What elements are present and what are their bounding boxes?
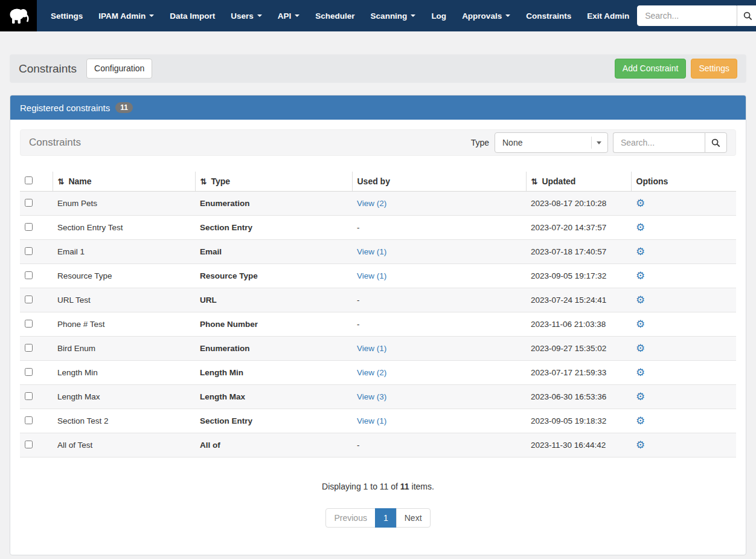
table-row: Phone # TestPhone Number-2023-11-06 21:0…	[20, 312, 736, 337]
nav-item-exit-admin[interactable]: Exit Admin	[579, 0, 637, 31]
column-header-updated[interactable]: ⇅Updated	[526, 172, 631, 192]
constraint-used-by: -	[352, 216, 526, 240]
settings-button[interactable]: Settings	[691, 59, 737, 79]
nav-item-ipam-admin[interactable]: IPAM Admin	[91, 0, 162, 31]
table-row: Section Entry TestSection Entry-2023-07-…	[20, 216, 736, 240]
row-checkbox[interactable]	[25, 441, 33, 448]
constraint-name: Length Max	[53, 385, 195, 409]
used-by-link[interactable]: View (2)	[357, 199, 386, 208]
gear-icon[interactable]: ⚙	[636, 439, 645, 451]
table-row: Length MinLength MinView (2)2023-07-17 2…	[20, 361, 736, 385]
used-by-link[interactable]: View (3)	[357, 392, 386, 401]
constraint-name: URL Test	[53, 288, 195, 312]
nav-item-scanning[interactable]: Scanning	[363, 0, 424, 31]
top-navbar: SettingsIPAM AdminData ImportUsersAPISch…	[0, 0, 756, 31]
row-checkbox[interactable]	[25, 416, 33, 424]
constraints-panel: Registered constraints 11 Constraints Ty…	[10, 95, 746, 555]
summary-count: 11	[400, 482, 409, 491]
nav-item-approvals[interactable]: Approvals	[454, 0, 518, 31]
row-checkbox[interactable]	[25, 223, 33, 231]
used-by-link[interactable]: View (1)	[357, 416, 386, 425]
constraint-name: Phone # Test	[53, 312, 195, 337]
table-search-button[interactable]	[705, 132, 727, 153]
nav-item-settings[interactable]: Settings	[43, 0, 91, 31]
nav-item-data-import[interactable]: Data Import	[162, 0, 223, 31]
table-summary: Displaying 1 to 11 of 11 items.	[20, 457, 736, 491]
column-header-type[interactable]: ⇅Type	[195, 172, 352, 192]
column-header-name[interactable]: ⇅Name	[53, 172, 195, 192]
row-checkbox[interactable]	[25, 271, 33, 279]
select-all-checkbox[interactable]	[25, 176, 33, 184]
gear-icon[interactable]: ⚙	[636, 246, 645, 257]
row-checkbox[interactable]	[25, 392, 33, 400]
navbar-search-button[interactable]	[737, 5, 756, 26]
chevron-down-icon	[597, 141, 601, 144]
summary-text: Displaying 1 to 11 of	[322, 482, 400, 491]
select-all-header	[20, 172, 53, 192]
constraint-updated: 2023-09-27 15:35:02	[526, 337, 631, 361]
toolbar-filters: Type None	[471, 132, 727, 153]
constraint-name: Resource Type	[53, 264, 195, 288]
constraint-updated: 2023-06-30 16:53:36	[526, 385, 631, 409]
search-icon	[711, 138, 720, 147]
chevron-down-icon	[505, 15, 510, 17]
constraint-type: Enumeration	[195, 192, 352, 216]
row-checkbox[interactable]	[25, 320, 33, 328]
gear-icon[interactable]: ⚙	[636, 391, 645, 402]
navbar-search-input[interactable]	[637, 5, 737, 26]
row-checkbox[interactable]	[25, 247, 33, 255]
configuration-button[interactable]: Configuration	[86, 59, 152, 79]
row-checkbox[interactable]	[25, 368, 33, 376]
app-logo[interactable]	[0, 0, 37, 31]
gear-icon[interactable]: ⚙	[636, 343, 645, 354]
nav-item-constraints[interactable]: Constraints	[518, 0, 579, 31]
constraint-type: Enumeration	[195, 337, 352, 361]
gear-icon[interactable]: ⚙	[636, 294, 645, 306]
table-toolbar: Constraints Type None	[20, 129, 736, 156]
used-by-empty: -	[357, 223, 360, 232]
gear-icon[interactable]: ⚙	[636, 415, 645, 427]
used-by-link[interactable]: View (1)	[357, 247, 386, 256]
pagination-previous[interactable]: Previous	[325, 508, 375, 528]
constraint-type: URL	[195, 288, 352, 312]
row-checkbox[interactable]	[25, 296, 33, 303]
gear-icon[interactable]: ⚙	[636, 198, 645, 209]
page-title: Constraints	[19, 62, 77, 76]
constraint-used-by: View (1)	[352, 337, 526, 361]
nav-item-api[interactable]: API	[270, 0, 308, 31]
used-by-link[interactable]: View (1)	[357, 271, 386, 280]
gear-icon[interactable]: ⚙	[636, 270, 645, 282]
type-select[interactable]: None	[495, 132, 608, 153]
table-search-input[interactable]	[613, 132, 705, 153]
chevron-down-icon	[149, 15, 154, 17]
nav-item-log[interactable]: Log	[423, 0, 454, 31]
add-constraint-button[interactable]: Add Constraint	[615, 59, 687, 79]
sort-icon: ⇅	[200, 177, 207, 186]
row-checkbox[interactable]	[25, 344, 33, 352]
pagination-next[interactable]: Next	[396, 508, 431, 528]
constraint-type: Email	[195, 240, 352, 264]
gear-icon[interactable]: ⚙	[636, 222, 645, 233]
table-row: URL TestURL-2023-07-24 15:24:41⚙	[20, 288, 736, 312]
table-row: Length MaxLength MaxView (3)2023-06-30 1…	[20, 385, 736, 409]
gear-icon[interactable]: ⚙	[636, 318, 645, 330]
constraint-name: Bird Enum	[53, 337, 195, 361]
constraint-type: Resource Type	[195, 264, 352, 288]
used-by-link[interactable]: View (2)	[357, 368, 386, 377]
constraints-table: ⇅Name⇅TypeUsed by⇅UpdatedOptions Enum Pe…	[20, 172, 736, 457]
row-checkbox[interactable]	[25, 199, 33, 207]
chevron-down-icon	[411, 15, 415, 17]
nav-item-users[interactable]: Users	[223, 0, 270, 31]
type-select-value: None	[502, 138, 522, 147]
gear-icon[interactable]: ⚙	[636, 367, 645, 378]
constraint-used-by: View (1)	[352, 409, 526, 433]
table-header-row: ⇅Name⇅TypeUsed by⇅UpdatedOptions	[20, 172, 736, 192]
pagination-page-1[interactable]: 1	[375, 508, 397, 528]
used-by-empty: -	[357, 441, 360, 450]
used-by-link[interactable]: View (1)	[357, 344, 386, 353]
mammoth-icon	[8, 6, 30, 25]
type-filter-label: Type	[471, 138, 489, 147]
constraint-type: Section Entry	[195, 216, 352, 240]
nav-item-scheduler[interactable]: Scheduler	[307, 0, 362, 31]
constraint-used-by: View (1)	[352, 240, 526, 264]
